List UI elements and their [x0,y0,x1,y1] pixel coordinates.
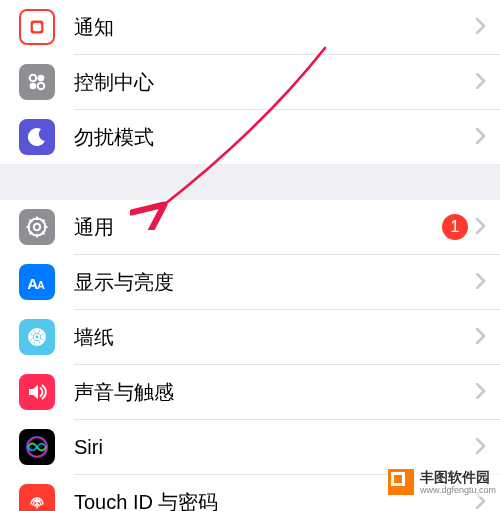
svg-point-22 [41,335,46,340]
row-label: 显示与亮度 [74,269,468,296]
row-general[interactable]: 通用 1 [0,200,500,254]
display-icon: A A [19,264,55,300]
svg-point-2 [30,75,37,82]
svg-point-20 [35,341,40,346]
chevron-right-icon [476,324,486,350]
watermark-logo-icon [388,469,414,495]
touch-id-icon [19,484,55,511]
control-center-icon [19,64,55,100]
chevron-right-icon [476,214,486,240]
chevron-right-icon [476,124,486,150]
general-icon [19,209,55,245]
watermark: 丰图软件园 www.dgfengtu.com [388,467,500,497]
svg-rect-1 [33,23,41,31]
svg-point-7 [34,224,40,230]
siri-icon [19,429,55,465]
chevron-right-icon [476,269,486,295]
row-notifications[interactable]: 通知 [0,0,500,54]
row-sounds[interactable]: 声音与触感 [0,365,500,419]
svg-point-23 [31,331,35,335]
row-wallpaper[interactable]: 墙纸 [0,310,500,364]
svg-point-25 [31,339,35,343]
do-not-disturb-icon [19,119,55,155]
row-label: 勿扰模式 [74,124,468,151]
row-display-brightness[interactable]: A A 显示与亮度 [0,255,500,309]
svg-point-4 [30,83,37,90]
svg-point-21 [29,335,34,340]
svg-point-26 [39,339,43,343]
notification-badge: 1 [442,214,468,240]
chevron-right-icon [476,14,486,40]
svg-point-27 [35,335,40,340]
notifications-icon [19,9,55,45]
row-label: Siri [74,436,468,459]
svg-point-19 [35,329,40,334]
wallpaper-icon [19,319,55,355]
chevron-right-icon [476,69,486,95]
watermark-url: www.dgfengtu.com [420,486,496,495]
row-label: 墙纸 [74,324,468,351]
row-label: 声音与触感 [74,379,468,406]
row-label: 通知 [74,14,468,41]
svg-text:A: A [37,279,45,291]
row-control-center[interactable]: 控制中心 [0,55,500,109]
row-label: 通用 [74,214,442,241]
settings-group-1: 通知 控制中心 [0,0,500,164]
row-siri[interactable]: Siri [0,420,500,474]
chevron-right-icon [476,434,486,460]
row-label: 控制中心 [74,69,468,96]
settings-group-2: 通用 1 A A 显示与亮度 [0,200,500,511]
chevron-right-icon [476,379,486,405]
svg-point-5 [38,83,45,90]
sounds-icon [19,374,55,410]
svg-point-24 [39,331,43,335]
row-do-not-disturb[interactable]: 勿扰模式 [0,110,500,164]
svg-point-3 [38,75,45,82]
section-gap [0,164,500,200]
watermark-name: 丰图软件园 [420,470,496,484]
